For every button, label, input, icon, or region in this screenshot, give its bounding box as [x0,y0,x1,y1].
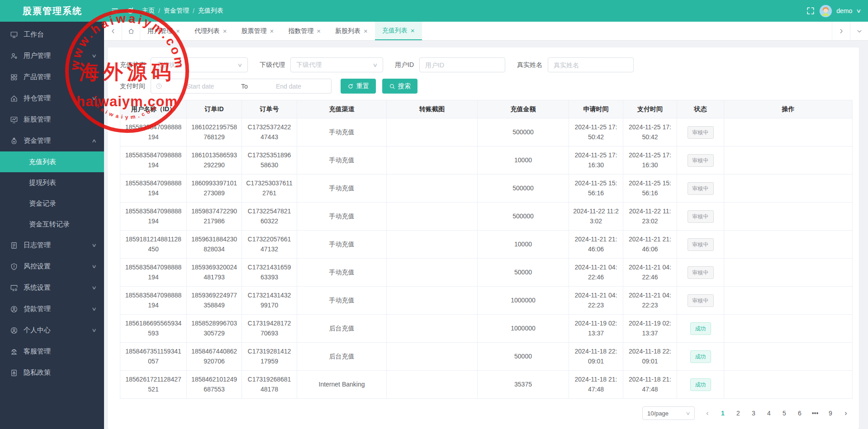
cell-screenshot [387,118,478,146]
recharge-status-select[interactable]: 充值状态 ∨ [151,57,248,72]
sidebar-subitem-提现列表[interactable]: 提现列表 [0,172,104,193]
sidebar-item-个人中心[interactable]: 个人中心∨ [0,320,104,341]
sidebar-item-label: 系统设置 [24,283,92,292]
tab-代理列表[interactable]: 代理列表× [187,22,234,40]
page-5[interactable]: 5 [778,407,791,420]
page-3[interactable]: 3 [747,407,760,420]
status-badge: 审核中 [688,154,714,167]
sidebar-item-label: 贷款管理 [24,305,92,313]
sidebar-item-客服管理[interactable]: 客服管理 [0,341,104,362]
breadcrumb-item[interactable]: 充值列表 [198,7,223,15]
content: 充值状态 充值状态 ∨ 下级代理 下级代理 ∨ 用户ID 真实姓名 [104,41,868,429]
sidebar-item-工作台[interactable]: 工作台 [0,24,104,45]
tab-指数管理[interactable]: 指数管理× [281,22,328,40]
username[interactable]: demo [836,7,852,14]
cell-action [724,315,853,343]
tab-新股列表[interactable]: 新股列表× [328,22,375,40]
tab-用户管理[interactable]: 用户管理× [140,22,187,40]
products-icon [10,73,18,81]
table-row: 18561866955659345931858528996703305729C1… [120,315,853,343]
tab-close-icon[interactable]: × [411,27,415,34]
column-header: 申请时间 [569,100,623,118]
sidebar-subitem-资金互转记录[interactable]: 资金互转记录 [0,214,104,235]
user-menu-chevron-down-icon[interactable]: ∨ [856,8,861,14]
sidebar-subitem-充值列表[interactable]: 充值列表 [0,151,104,172]
user-id-input[interactable] [419,57,505,72]
sidebar-item-系统设置[interactable]: 系统设置∨ [0,277,104,298]
chevron-down-icon: ∨ [91,95,97,101]
sidebar-item-用户管理[interactable]: 用户管理∨ [0,45,104,66]
service-icon [10,348,18,356]
sidebar-item-贷款管理[interactable]: 贷款管理∨ [0,298,104,320]
pay-time-range-picker[interactable]: To [151,79,332,94]
cell-apply_time: 2024-11-25 15:56:16 [569,174,623,203]
page-2[interactable]: 2 [732,407,745,420]
sidebar-item-label: 新股管理 [24,115,96,124]
tab-close-icon[interactable]: × [223,28,227,34]
sidebar-subitem-资金记录[interactable]: 资金记录 [0,193,104,214]
clock-icon [156,83,162,90]
main-area: 用户管理×代理列表×股票管理×指数管理×新股列表×充值列表× 充值状态 充值状态… [104,22,868,429]
system-icon [10,284,18,292]
column-header: 状态 [677,100,724,118]
profile-icon [10,326,18,335]
page-9[interactable]: 9 [824,407,837,420]
sidebar-item-隐私政策[interactable]: 隐私政策 [0,362,104,383]
start-date-input[interactable] [162,83,238,90]
reset-button[interactable]: 重置 [341,79,376,94]
fullscreen-icon[interactable] [806,6,815,15]
cell-channel: 手动充值 [297,287,387,315]
cell-apply_time: 2024-11-25 17:16:30 [569,146,623,174]
sidebar-item-风控设置[interactable]: 风控设置∨ [0,256,104,277]
sidebar-item-新股管理[interactable]: 新股管理 [0,109,104,130]
page-1[interactable]: 1 [716,407,729,420]
top-header: 股票管理系统 主页/资金管理/充值列表 demo ∨ [0,0,868,22]
sidebar-item-产品管理[interactable]: 产品管理∨ [0,66,104,88]
search-button[interactable]: 搜索 [382,79,417,94]
page-6[interactable]: 6 [793,407,806,420]
avatar[interactable] [820,5,832,17]
column-header: 充值渠道 [297,100,387,118]
breadcrumb-item[interactable]: 资金管理 [164,7,189,15]
tabs-scroll-right-icon[interactable] [832,22,850,40]
tab-close-icon[interactable]: × [364,28,368,34]
cell-action [724,371,853,399]
tab-充值列表[interactable]: 充值列表× [375,22,422,40]
sidebar-item-持仓管理[interactable]: 持仓管理∨ [0,88,104,109]
tab-close-icon[interactable]: × [317,28,321,34]
chevron-down-icon: ∨ [91,242,97,248]
cell-order_no: C1732530376112761 [242,174,297,203]
cell-order_no: C1731926868148178 [242,371,297,399]
tab-close-icon[interactable]: × [176,28,180,34]
column-header: 用户名称（ID） [120,100,187,118]
home-tab-icon[interactable] [122,22,140,40]
refresh-icon[interactable] [126,6,135,15]
funds-icon [10,137,18,145]
tabs-menu-chevron-down-icon[interactable] [850,22,868,40]
tabs-scroll-left-icon[interactable] [104,22,122,40]
sub-agent-select[interactable]: 下级代理 ∨ [290,57,383,72]
next-page-icon[interactable]: › [840,407,852,420]
cell-action [724,231,853,259]
tab-close-icon[interactable]: × [270,28,274,34]
cell-apply_time: 2024-11-21 04:22:23 [569,287,623,315]
cell-channel: 手动充值 [297,203,387,231]
cell-amount: 50000 [478,343,569,371]
page-4[interactable]: 4 [763,407,775,420]
real-name-input[interactable] [548,57,634,72]
loan-icon [10,305,18,313]
tab-股票管理[interactable]: 股票管理× [234,22,281,40]
page-size-select[interactable]: 10/page ∨ [642,406,695,420]
cell-screenshot [387,315,478,343]
sidebar-item-资金管理[interactable]: 资金管理∧ [0,130,104,151]
end-date-input[interactable] [251,83,327,90]
prev-page-icon[interactable]: ‹ [701,407,714,420]
sidebar-item-日志管理[interactable]: 日志管理∨ [0,235,104,256]
cell-order_no: C1732143165963393 [242,259,297,287]
cell-action [724,146,853,174]
breadcrumb-item[interactable]: 主页 [142,7,155,15]
cell-user_id: 1859181214881128450 [120,231,187,259]
cell-user_id: 1855835847098888194 [120,287,187,315]
cell-apply_time: 2024-11-21 04:22:46 [569,259,623,287]
hamburger-menu-icon[interactable] [110,6,119,15]
